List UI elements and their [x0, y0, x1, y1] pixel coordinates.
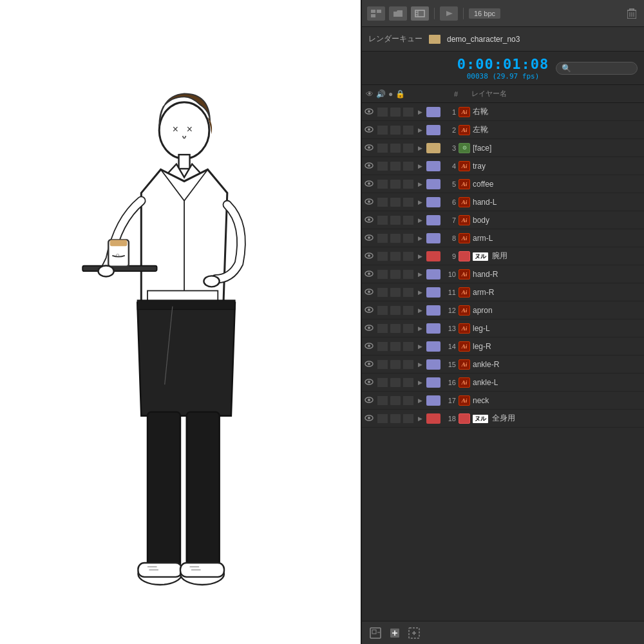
layer-eye-toggle[interactable]	[362, 414, 376, 423]
layer-expand-arrow[interactable]: ▶	[415, 325, 425, 332]
layer-lock-toggle[interactable]	[403, 360, 413, 369]
layer-lock-toggle[interactable]	[403, 288, 413, 297]
layer-expand-arrow[interactable]: ▶	[415, 415, 425, 422]
layer-lock-toggle[interactable]	[403, 180, 413, 189]
layer-audio-toggle[interactable]	[377, 270, 388, 279]
eye-column-icon[interactable]: 👁	[366, 90, 374, 99]
layer-audio-toggle[interactable]	[377, 360, 388, 369]
layer-row[interactable]: ▶1Ai右靴	[362, 103, 644, 121]
layer-eye-toggle[interactable]	[362, 234, 376, 243]
layer-audio-toggle[interactable]	[377, 180, 388, 189]
footage-icon[interactable]	[411, 6, 429, 21]
layer-lock-toggle[interactable]	[403, 342, 413, 351]
layer-audio-toggle[interactable]	[377, 414, 388, 423]
layer-solo-toggle[interactable]	[390, 234, 401, 243]
layer-expand-arrow[interactable]: ▶	[415, 217, 425, 223]
layer-row[interactable]: ▶17Aineck	[362, 392, 644, 410]
layer-lock-toggle[interactable]	[403, 216, 413, 225]
layer-row[interactable]: ▶16Aiankle-L	[362, 374, 644, 392]
layer-lock-toggle[interactable]	[403, 378, 413, 387]
layer-eye-toggle[interactable]	[362, 306, 376, 315]
layer-expand-arrow[interactable]: ▶	[415, 235, 425, 242]
layer-audio-toggle[interactable]	[377, 396, 388, 405]
layer-lock-toggle[interactable]	[403, 306, 413, 315]
layer-audio-toggle[interactable]	[377, 126, 388, 135]
layer-row[interactable]: ▶14Aileg-R	[362, 337, 644, 355]
null-object-icon[interactable]	[407, 626, 421, 640]
layer-eye-toggle[interactable]	[362, 324, 376, 333]
layer-lock-toggle[interactable]	[403, 252, 413, 261]
layer-solo-toggle[interactable]	[390, 378, 401, 387]
layer-expand-arrow[interactable]: ▶	[415, 127, 425, 133]
layer-row[interactable]: ▶6Aihand-L	[362, 193, 644, 211]
layer-lock-toggle[interactable]	[403, 144, 413, 153]
new-solid-icon[interactable]	[388, 626, 402, 640]
layer-eye-toggle[interactable]	[362, 396, 376, 405]
layer-lock-toggle[interactable]	[403, 162, 413, 171]
layer-eye-toggle[interactable]	[362, 270, 376, 279]
layer-solo-toggle[interactable]	[390, 270, 401, 279]
layer-solo-toggle[interactable]	[390, 162, 401, 171]
layer-lock-toggle[interactable]	[403, 108, 413, 117]
layer-eye-toggle[interactable]	[362, 360, 376, 369]
layer-row[interactable]: ▶7Aibody	[362, 211, 644, 229]
layer-expand-arrow[interactable]: ▶	[415, 397, 425, 404]
layer-solo-toggle[interactable]	[390, 108, 401, 117]
layer-row[interactable]: ▶4Aitray	[362, 157, 644, 175]
layer-expand-arrow[interactable]: ▶	[415, 307, 425, 314]
layer-expand-arrow[interactable]: ▶	[415, 199, 425, 205]
layer-expand-arrow[interactable]: ▶	[415, 379, 425, 386]
layer-expand-arrow[interactable]: ▶	[415, 361, 425, 368]
layer-expand-arrow[interactable]: ▶	[415, 109, 425, 115]
layer-audio-toggle[interactable]	[377, 108, 388, 117]
layer-solo-toggle[interactable]	[390, 252, 401, 261]
layer-lock-toggle[interactable]	[403, 270, 413, 279]
layer-audio-toggle[interactable]	[377, 216, 388, 225]
layer-row[interactable]: ▶13Aileg-L	[362, 319, 644, 337]
layer-audio-toggle[interactable]	[377, 198, 388, 207]
search-input[interactable]	[574, 64, 632, 72]
layer-row[interactable]: ▶2Ai左靴	[362, 121, 644, 139]
layer-row[interactable]: ▶10Aihand-R	[362, 265, 644, 283]
layer-lock-toggle[interactable]	[403, 324, 413, 333]
render-icon[interactable]	[440, 6, 458, 21]
layer-solo-toggle[interactable]	[390, 198, 401, 207]
layer-eye-toggle[interactable]	[362, 108, 376, 117]
folder-icon[interactable]	[389, 6, 407, 21]
layer-audio-toggle[interactable]	[377, 378, 388, 387]
layer-expand-arrow[interactable]: ▶	[415, 343, 425, 350]
layer-lock-toggle[interactable]	[403, 198, 413, 207]
layer-eye-toggle[interactable]	[362, 252, 376, 261]
layers-list[interactable]: ▶1Ai右靴▶2Ai左靴▶3⊙[face]▶4Aitray▶5Aicoffee▶…	[362, 103, 644, 621]
layer-lock-toggle[interactable]	[403, 234, 413, 243]
layer-solo-toggle[interactable]	[390, 126, 401, 135]
layer-eye-toggle[interactable]	[362, 342, 376, 351]
layer-solo-toggle[interactable]	[390, 216, 401, 225]
layer-audio-toggle[interactable]	[377, 234, 388, 243]
layer-row[interactable]: ▶5Aicoffee	[362, 175, 644, 193]
layer-solo-toggle[interactable]	[390, 288, 401, 297]
layer-expand-arrow[interactable]: ▶	[415, 163, 425, 169]
layer-solo-toggle[interactable]	[390, 342, 401, 351]
timecode-display[interactable]: 0:00:01:08	[457, 56, 549, 72]
layer-row[interactable]: ▶8Aiarm-L	[362, 229, 644, 247]
layer-eye-toggle[interactable]	[362, 144, 376, 153]
layer-expand-arrow[interactable]: ▶	[415, 289, 425, 296]
bpc-button[interactable]: 16 bpc	[469, 8, 500, 19]
layer-solo-toggle[interactable]	[390, 144, 401, 153]
layer-audio-toggle[interactable]	[377, 342, 388, 351]
delete-icon[interactable]	[625, 6, 639, 21]
layer-solo-toggle[interactable]	[390, 324, 401, 333]
layer-lock-toggle[interactable]	[403, 126, 413, 135]
layer-eye-toggle[interactable]	[362, 180, 376, 189]
layer-eye-toggle[interactable]	[362, 378, 376, 387]
layer-expand-arrow[interactable]: ▶	[415, 253, 425, 260]
new-comp-icon[interactable]	[368, 626, 383, 640]
layer-expand-arrow[interactable]: ▶	[415, 271, 425, 278]
layer-audio-toggle[interactable]	[377, 288, 388, 297]
layer-eye-toggle[interactable]	[362, 162, 376, 171]
layer-eye-toggle[interactable]	[362, 198, 376, 207]
layer-expand-arrow[interactable]: ▶	[415, 181, 425, 187]
layer-audio-toggle[interactable]	[377, 162, 388, 171]
audio-column-icon[interactable]: 🔊	[376, 90, 386, 99]
